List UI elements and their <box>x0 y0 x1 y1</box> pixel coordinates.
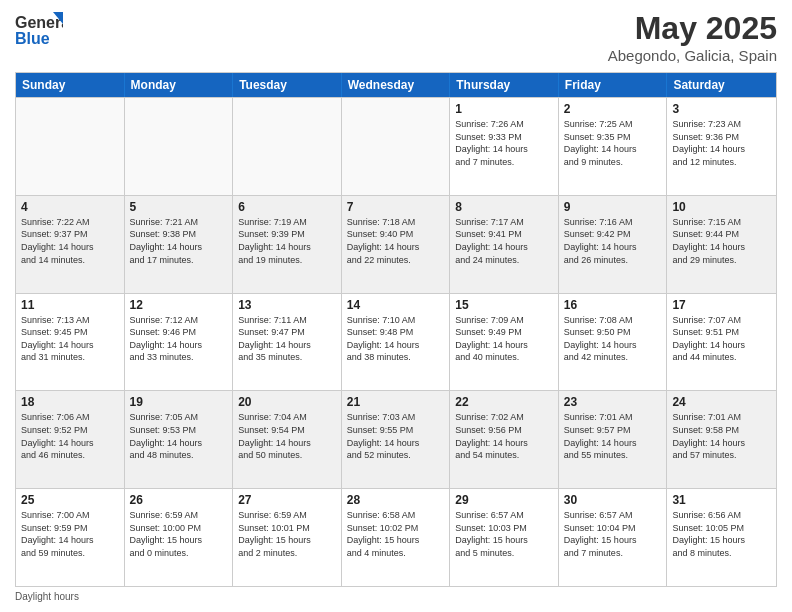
day-number: 5 <box>130 200 228 214</box>
calendar-cell: 12Sunrise: 7:12 AM Sunset: 9:46 PM Dayli… <box>125 294 234 391</box>
day-info: Sunrise: 7:01 AM Sunset: 9:57 PM Dayligh… <box>564 411 662 461</box>
calendar-cell: 15Sunrise: 7:09 AM Sunset: 9:49 PM Dayli… <box>450 294 559 391</box>
subtitle: Abegondo, Galicia, Spain <box>608 47 777 64</box>
day-number: 9 <box>564 200 662 214</box>
weekday-header: Friday <box>559 73 668 97</box>
calendar-cell: 23Sunrise: 7:01 AM Sunset: 9:57 PM Dayli… <box>559 391 668 488</box>
calendar-cell: 26Sunrise: 6:59 AM Sunset: 10:00 PM Dayl… <box>125 489 234 586</box>
svg-text:Blue: Blue <box>15 30 50 47</box>
day-info: Sunrise: 6:57 AM Sunset: 10:04 PM Daylig… <box>564 509 662 559</box>
calendar-cell: 30Sunrise: 6:57 AM Sunset: 10:04 PM Dayl… <box>559 489 668 586</box>
day-info: Sunrise: 7:11 AM Sunset: 9:47 PM Dayligh… <box>238 314 336 364</box>
day-info: Sunrise: 7:18 AM Sunset: 9:40 PM Dayligh… <box>347 216 445 266</box>
page: General Blue May 2025 Abegondo, Galicia,… <box>0 0 792 612</box>
calendar-cell: 18Sunrise: 7:06 AM Sunset: 9:52 PM Dayli… <box>16 391 125 488</box>
day-info: Sunrise: 7:22 AM Sunset: 9:37 PM Dayligh… <box>21 216 119 266</box>
weekday-header: Monday <box>125 73 234 97</box>
footer-note: Daylight hours <box>15 587 777 602</box>
day-info: Sunrise: 6:57 AM Sunset: 10:03 PM Daylig… <box>455 509 553 559</box>
day-info: Sunrise: 7:06 AM Sunset: 9:52 PM Dayligh… <box>21 411 119 461</box>
calendar-cell: 25Sunrise: 7:00 AM Sunset: 9:59 PM Dayli… <box>16 489 125 586</box>
day-info: Sunrise: 6:58 AM Sunset: 10:02 PM Daylig… <box>347 509 445 559</box>
calendar-cell: 13Sunrise: 7:11 AM Sunset: 9:47 PM Dayli… <box>233 294 342 391</box>
day-number: 14 <box>347 298 445 312</box>
day-number: 22 <box>455 395 553 409</box>
calendar-header: SundayMondayTuesdayWednesdayThursdayFrid… <box>16 73 776 97</box>
calendar-cell: 24Sunrise: 7:01 AM Sunset: 9:58 PM Dayli… <box>667 391 776 488</box>
weekday-header: Sunday <box>16 73 125 97</box>
day-info: Sunrise: 7:17 AM Sunset: 9:41 PM Dayligh… <box>455 216 553 266</box>
day-info: Sunrise: 7:15 AM Sunset: 9:44 PM Dayligh… <box>672 216 771 266</box>
day-number: 25 <box>21 493 119 507</box>
day-number: 29 <box>455 493 553 507</box>
calendar-cell: 3Sunrise: 7:23 AM Sunset: 9:36 PM Daylig… <box>667 98 776 195</box>
calendar-cell: 29Sunrise: 6:57 AM Sunset: 10:03 PM Dayl… <box>450 489 559 586</box>
day-number: 19 <box>130 395 228 409</box>
day-number: 7 <box>347 200 445 214</box>
day-number: 23 <box>564 395 662 409</box>
day-number: 11 <box>21 298 119 312</box>
day-number: 6 <box>238 200 336 214</box>
title-block: May 2025 Abegondo, Galicia, Spain <box>608 10 777 64</box>
day-number: 3 <box>672 102 771 116</box>
calendar-cell: 20Sunrise: 7:04 AM Sunset: 9:54 PM Dayli… <box>233 391 342 488</box>
calendar-cell: 4Sunrise: 7:22 AM Sunset: 9:37 PM Daylig… <box>16 196 125 293</box>
calendar-cell <box>16 98 125 195</box>
day-info: Sunrise: 7:13 AM Sunset: 9:45 PM Dayligh… <box>21 314 119 364</box>
day-info: Sunrise: 7:19 AM Sunset: 9:39 PM Dayligh… <box>238 216 336 266</box>
day-number: 8 <box>455 200 553 214</box>
day-info: Sunrise: 7:23 AM Sunset: 9:36 PM Dayligh… <box>672 118 771 168</box>
svg-text:General: General <box>15 14 63 31</box>
calendar-row: 25Sunrise: 7:00 AM Sunset: 9:59 PM Dayli… <box>16 488 776 586</box>
calendar-cell: 6Sunrise: 7:19 AM Sunset: 9:39 PM Daylig… <box>233 196 342 293</box>
day-info: Sunrise: 6:59 AM Sunset: 10:00 PM Daylig… <box>130 509 228 559</box>
calendar-cell: 8Sunrise: 7:17 AM Sunset: 9:41 PM Daylig… <box>450 196 559 293</box>
day-info: Sunrise: 7:00 AM Sunset: 9:59 PM Dayligh… <box>21 509 119 559</box>
day-number: 21 <box>347 395 445 409</box>
day-number: 12 <box>130 298 228 312</box>
calendar-row: 11Sunrise: 7:13 AM Sunset: 9:45 PM Dayli… <box>16 293 776 391</box>
calendar-cell: 31Sunrise: 6:56 AM Sunset: 10:05 PM Dayl… <box>667 489 776 586</box>
day-number: 26 <box>130 493 228 507</box>
day-info: Sunrise: 7:04 AM Sunset: 9:54 PM Dayligh… <box>238 411 336 461</box>
calendar-row: 4Sunrise: 7:22 AM Sunset: 9:37 PM Daylig… <box>16 195 776 293</box>
calendar-cell: 28Sunrise: 6:58 AM Sunset: 10:02 PM Dayl… <box>342 489 451 586</box>
weekday-header: Tuesday <box>233 73 342 97</box>
day-info: Sunrise: 6:59 AM Sunset: 10:01 PM Daylig… <box>238 509 336 559</box>
calendar-cell: 11Sunrise: 7:13 AM Sunset: 9:45 PM Dayli… <box>16 294 125 391</box>
calendar-cell: 16Sunrise: 7:08 AM Sunset: 9:50 PM Dayli… <box>559 294 668 391</box>
day-number: 24 <box>672 395 771 409</box>
day-number: 13 <box>238 298 336 312</box>
day-info: Sunrise: 7:05 AM Sunset: 9:53 PM Dayligh… <box>130 411 228 461</box>
calendar-cell: 1Sunrise: 7:26 AM Sunset: 9:33 PM Daylig… <box>450 98 559 195</box>
day-info: Sunrise: 7:08 AM Sunset: 9:50 PM Dayligh… <box>564 314 662 364</box>
day-number: 17 <box>672 298 771 312</box>
day-info: Sunrise: 7:25 AM Sunset: 9:35 PM Dayligh… <box>564 118 662 168</box>
day-number: 27 <box>238 493 336 507</box>
calendar-cell: 2Sunrise: 7:25 AM Sunset: 9:35 PM Daylig… <box>559 98 668 195</box>
logo: General Blue <box>15 10 63 48</box>
calendar-cell: 17Sunrise: 7:07 AM Sunset: 9:51 PM Dayli… <box>667 294 776 391</box>
calendar-cell: 19Sunrise: 7:05 AM Sunset: 9:53 PM Dayli… <box>125 391 234 488</box>
day-number: 2 <box>564 102 662 116</box>
day-info: Sunrise: 7:10 AM Sunset: 9:48 PM Dayligh… <box>347 314 445 364</box>
day-number: 31 <box>672 493 771 507</box>
day-info: Sunrise: 6:56 AM Sunset: 10:05 PM Daylig… <box>672 509 771 559</box>
weekday-header: Saturday <box>667 73 776 97</box>
day-info: Sunrise: 7:16 AM Sunset: 9:42 PM Dayligh… <box>564 216 662 266</box>
calendar-row: 18Sunrise: 7:06 AM Sunset: 9:52 PM Dayli… <box>16 390 776 488</box>
calendar-row: 1Sunrise: 7:26 AM Sunset: 9:33 PM Daylig… <box>16 97 776 195</box>
calendar-cell: 21Sunrise: 7:03 AM Sunset: 9:55 PM Dayli… <box>342 391 451 488</box>
calendar-cell: 27Sunrise: 6:59 AM Sunset: 10:01 PM Dayl… <box>233 489 342 586</box>
day-number: 16 <box>564 298 662 312</box>
day-number: 20 <box>238 395 336 409</box>
day-info: Sunrise: 7:12 AM Sunset: 9:46 PM Dayligh… <box>130 314 228 364</box>
logo-icon: General Blue <box>15 10 63 48</box>
day-info: Sunrise: 7:03 AM Sunset: 9:55 PM Dayligh… <box>347 411 445 461</box>
day-number: 10 <box>672 200 771 214</box>
weekday-header: Wednesday <box>342 73 451 97</box>
header: General Blue May 2025 Abegondo, Galicia,… <box>15 10 777 64</box>
calendar-cell <box>125 98 234 195</box>
day-info: Sunrise: 7:02 AM Sunset: 9:56 PM Dayligh… <box>455 411 553 461</box>
calendar-cell: 9Sunrise: 7:16 AM Sunset: 9:42 PM Daylig… <box>559 196 668 293</box>
